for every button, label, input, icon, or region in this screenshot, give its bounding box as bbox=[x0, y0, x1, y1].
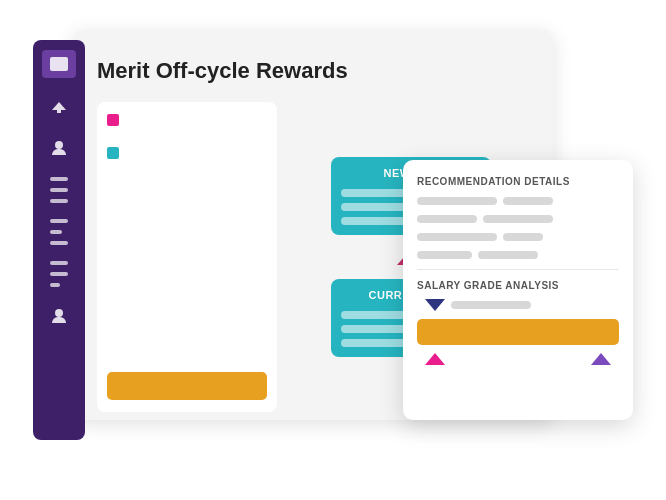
bar-group bbox=[125, 167, 267, 172]
rec-bar bbox=[478, 251, 538, 259]
bar-group bbox=[125, 180, 267, 185]
salary-chevron-pair bbox=[417, 353, 619, 365]
rec-row-3 bbox=[417, 233, 619, 241]
list-item bbox=[107, 147, 267, 159]
rec-row-1 bbox=[417, 197, 619, 205]
sidebar-icon-upload[interactable] bbox=[45, 92, 73, 120]
sidebar-icon-user[interactable] bbox=[45, 302, 73, 330]
chevron-up-pink-icon bbox=[425, 353, 445, 365]
teal-dot bbox=[107, 147, 119, 159]
upload-icon bbox=[50, 99, 68, 113]
sidebar bbox=[33, 40, 85, 440]
rec-bar bbox=[417, 251, 472, 259]
rec-row-2 bbox=[417, 215, 619, 223]
chevron-down-icon bbox=[425, 299, 445, 311]
person-icon bbox=[50, 141, 68, 155]
sidebar-icon-home[interactable] bbox=[42, 50, 76, 78]
bar-group bbox=[125, 193, 267, 198]
salary-yellow-bar bbox=[417, 319, 619, 345]
rec-bar bbox=[503, 233, 543, 241]
list2-icon bbox=[50, 217, 68, 247]
rec-bar bbox=[417, 215, 477, 223]
salary-bar-label bbox=[451, 301, 531, 309]
list3-icon bbox=[50, 259, 68, 289]
user-icon bbox=[50, 309, 68, 323]
salary-section: SALARY GRADE ANALYSIS bbox=[417, 280, 619, 365]
rec-bar bbox=[417, 233, 497, 241]
rec-bar bbox=[417, 197, 497, 205]
list1-icon bbox=[50, 175, 68, 205]
list-item bbox=[107, 167, 267, 172]
pink-dot bbox=[107, 114, 119, 126]
rec-bar bbox=[503, 197, 553, 205]
sidebar-icon-list2[interactable] bbox=[45, 218, 73, 246]
salary-section-title: SALARY GRADE ANALYSIS bbox=[417, 280, 619, 291]
list-item bbox=[107, 134, 267, 139]
chevron-up-purple-icon bbox=[591, 353, 611, 365]
sidebar-icon-list1[interactable] bbox=[45, 176, 73, 204]
rec-row-4 bbox=[417, 251, 619, 259]
divider bbox=[417, 269, 619, 270]
recommendation-card: RECOMMENDATION DETAILS SALARY GRADE ANAL… bbox=[403, 160, 633, 420]
list-item bbox=[107, 180, 267, 185]
list-item bbox=[107, 114, 267, 126]
sidebar-icon-person[interactable] bbox=[45, 134, 73, 162]
left-panel bbox=[97, 102, 277, 412]
bar-group bbox=[125, 134, 267, 139]
salary-chevron-row bbox=[417, 299, 619, 311]
list-item bbox=[107, 193, 267, 198]
sidebar-icon-list3[interactable] bbox=[45, 260, 73, 288]
home-icon bbox=[50, 57, 68, 71]
yellow-bar bbox=[107, 372, 267, 400]
scene: Merit Off-cycle Rewards bbox=[33, 20, 633, 480]
rec-bar bbox=[483, 215, 553, 223]
page-title: Merit Off-cycle Rewards bbox=[97, 58, 529, 84]
recommendation-section-title: RECOMMENDATION DETAILS bbox=[417, 176, 619, 187]
